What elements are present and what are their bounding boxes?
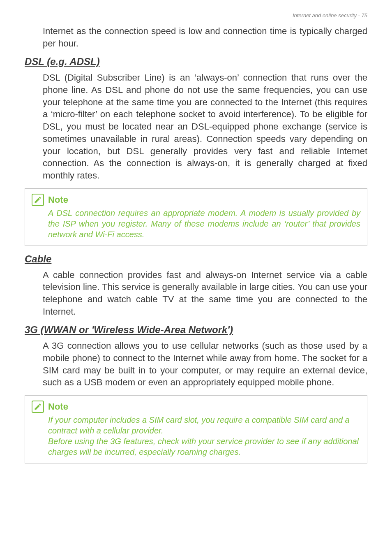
dsl-paragraph: DSL (Digital Subscriber Line) is an ‘alw… <box>43 72 367 181</box>
pencil-icon <box>32 194 44 206</box>
note-header: Note <box>32 401 360 413</box>
page-header: Internet and online security - 75 <box>25 12 367 19</box>
note-text-1: If your computer includes a SIM card slo… <box>48 415 360 436</box>
wwan-heading: 3G (WWAN or 'Wireless Wide-Area Network'… <box>25 324 367 336</box>
wwan-paragraph: A 3G connection allows you to use cellul… <box>43 340 367 389</box>
pencil-icon <box>32 401 44 413</box>
note-title: Note <box>48 401 68 412</box>
note-box-dsl: Note A DSL connection requires an approp… <box>25 188 367 246</box>
note-text: A DSL connection requires an appropriate… <box>48 208 360 240</box>
dsl-heading: DSL (e.g. ADSL) <box>25 56 367 67</box>
cable-paragraph: A cable connection provides fast and alw… <box>43 269 367 318</box>
note-box-3g: Note If your computer includes a SIM car… <box>25 395 367 463</box>
intro-paragraph: Internet as the connection speed is low … <box>43 25 367 49</box>
note-text-2: Before using the 3G features, check with… <box>48 436 360 457</box>
note-header: Note <box>32 194 360 206</box>
note-title: Note <box>48 195 68 205</box>
cable-heading: Cable <box>25 253 367 265</box>
